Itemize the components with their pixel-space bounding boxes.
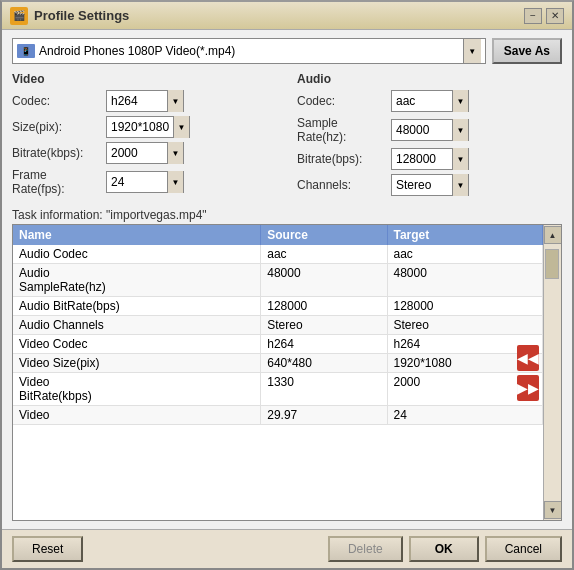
cell-source: 48000: [261, 264, 387, 297]
table-row: Audio SampleRate(hz)4800048000: [13, 264, 543, 297]
cell-source: 640*480: [261, 354, 387, 373]
cell-source: 128000: [261, 297, 387, 316]
audio-codec-select[interactable]: aac ▼: [391, 90, 469, 112]
video-bitrate-row: Bitrate(kbps): 2000 ▼: [12, 142, 277, 164]
audio-codec-label: Codec:: [297, 94, 387, 108]
col-source: Source: [261, 225, 387, 245]
col-name: Name: [13, 225, 261, 245]
side-arrows: ◀◀ ▶▶: [517, 345, 539, 401]
table-row: Video Codech264h264: [13, 335, 543, 354]
cell-target: 24: [387, 406, 543, 425]
ok-button[interactable]: OK: [409, 536, 479, 562]
table-header-row: Name Source Target: [13, 225, 543, 245]
cell-name: Video Size(pix): [13, 354, 261, 373]
video-codec-select[interactable]: h264 ▼: [106, 90, 184, 112]
audio-channels-value: Stereo: [392, 178, 452, 192]
video-framerate-label: Frame Rate(fps):: [12, 168, 102, 196]
video-framerate-row: Frame Rate(fps): 24 ▼: [12, 168, 277, 196]
col-target: Target: [387, 225, 543, 245]
profile-select[interactable]: 📱 Android Phones 1080P Video(*.mp4) ▼: [12, 38, 486, 64]
cell-name: Audio Channels: [13, 316, 261, 335]
audio-bitrate-row: Bitrate(bps): 128000 ▼: [297, 148, 562, 170]
audio-codec-row: Codec: aac ▼: [297, 90, 562, 112]
cell-source: 1330: [261, 373, 387, 406]
audio-channels-row: Channels: Stereo ▼: [297, 174, 562, 196]
audio-samplerate-row: Sample Rate(hz): 48000 ▼: [297, 116, 562, 144]
task-section: Task information: "importvegas.mp4" Name…: [12, 208, 562, 521]
task-table-wrap: Name Source Target Audio CodecaacaacAudi…: [12, 224, 562, 521]
audio-group-title: Audio: [297, 72, 562, 86]
main-content: 📱 Android Phones 1080P Video(*.mp4) ▼ Sa…: [2, 30, 572, 529]
cell-name: Audio Codec: [13, 245, 261, 264]
minimize-button[interactable]: −: [524, 8, 542, 24]
title-controls: − ✕: [524, 8, 564, 24]
audio-channels-select[interactable]: Stereo ▼: [391, 174, 469, 196]
task-table: Name Source Target Audio CodecaacaacAudi…: [13, 225, 543, 425]
audio-codec-value: aac: [392, 94, 452, 108]
scroll-track[interactable]: [544, 245, 561, 500]
audio-bitrate-value: 128000: [392, 152, 452, 166]
video-size-select[interactable]: 1920*1080 ▼: [106, 116, 190, 138]
video-bitrate-label: Bitrate(kbps):: [12, 146, 102, 160]
scroll-up-button[interactable]: ▲: [544, 226, 562, 244]
reset-button[interactable]: Reset: [12, 536, 83, 562]
audio-bitrate-label: Bitrate(bps):: [297, 152, 387, 166]
audio-bitrate-select[interactable]: 128000 ▼: [391, 148, 469, 170]
table-scrollbar: ▲ ▼: [543, 225, 561, 520]
profile-name: Android Phones 1080P Video(*.mp4): [39, 44, 463, 58]
video-bitrate-arrow[interactable]: ▼: [167, 142, 183, 164]
scroll-thumb[interactable]: [545, 249, 559, 279]
video-size-label: Size(pix):: [12, 120, 102, 134]
profile-settings-window: 🎬 Profile Settings − ✕ 📱 Android Phones …: [0, 0, 574, 570]
cell-name: Audio SampleRate(hz): [13, 264, 261, 297]
video-codec-label: Codec:: [12, 94, 102, 108]
rewind-button[interactable]: ◀◀: [517, 345, 539, 371]
audio-group: Audio Codec: aac ▼ Sample Rate(hz): 4800…: [297, 72, 562, 200]
audio-samplerate-label: Sample Rate(hz):: [297, 116, 387, 144]
scroll-down-button[interactable]: ▼: [544, 501, 562, 519]
video-codec-value: h264: [107, 94, 167, 108]
close-button[interactable]: ✕: [546, 8, 564, 24]
video-framerate-value: 24: [107, 175, 167, 189]
cancel-button[interactable]: Cancel: [485, 536, 562, 562]
audio-bitrate-arrow[interactable]: ▼: [452, 148, 468, 170]
bottom-bar: Reset Delete OK Cancel: [2, 529, 572, 568]
forward-button[interactable]: ▶▶: [517, 375, 539, 401]
cell-source: h264: [261, 335, 387, 354]
video-bitrate-select[interactable]: 2000 ▼: [106, 142, 184, 164]
cell-target: Stereo: [387, 316, 543, 335]
video-group-title: Video: [12, 72, 277, 86]
table-row: Audio BitRate(bps)128000128000: [13, 297, 543, 316]
save-as-button[interactable]: Save As: [492, 38, 562, 64]
video-group: Video Codec: h264 ▼ Size(pix): 1920*1080…: [12, 72, 277, 200]
audio-samplerate-arrow[interactable]: ▼: [452, 119, 468, 141]
table-row: Video Size(pix)640*4801920*1080: [13, 354, 543, 373]
cell-name: Video Codec: [13, 335, 261, 354]
audio-channels-arrow[interactable]: ▼: [452, 174, 468, 196]
cell-target: 48000: [387, 264, 543, 297]
cell-source: 29.97: [261, 406, 387, 425]
cell-source: Stereo: [261, 316, 387, 335]
app-icon: 🎬: [10, 7, 28, 25]
audio-samplerate-value: 48000: [392, 123, 452, 137]
profile-dropdown-arrow[interactable]: ▼: [463, 39, 481, 63]
video-framerate-arrow[interactable]: ▼: [167, 171, 183, 193]
video-size-arrow[interactable]: ▼: [173, 116, 189, 138]
table-row: Audio ChannelsStereoStereo: [13, 316, 543, 335]
bottom-right: Delete OK Cancel: [328, 536, 562, 562]
table-row: Video29.9724: [13, 406, 543, 425]
window-title: Profile Settings: [34, 8, 129, 23]
video-size-row: Size(pix): 1920*1080 ▼: [12, 116, 277, 138]
audio-codec-arrow[interactable]: ▼: [452, 90, 468, 112]
audio-samplerate-select[interactable]: 48000 ▼: [391, 119, 469, 141]
profile-row: 📱 Android Phones 1080P Video(*.mp4) ▼ Sa…: [12, 38, 562, 64]
profile-icon: 📱: [17, 44, 35, 58]
video-bitrate-value: 2000: [107, 146, 167, 160]
video-codec-row: Codec: h264 ▼: [12, 90, 277, 112]
title-bar: 🎬 Profile Settings − ✕: [2, 2, 572, 30]
video-framerate-select[interactable]: 24 ▼: [106, 171, 184, 193]
task-table-inner[interactable]: Name Source Target Audio CodecaacaacAudi…: [13, 225, 543, 520]
delete-button[interactable]: Delete: [328, 536, 403, 562]
video-codec-arrow[interactable]: ▼: [167, 90, 183, 112]
video-size-value: 1920*1080: [107, 120, 173, 134]
